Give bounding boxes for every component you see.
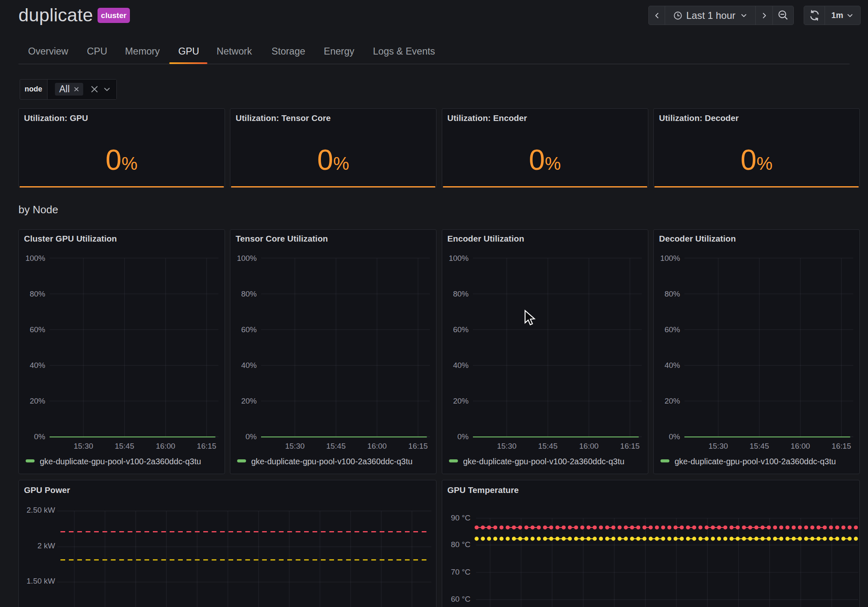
svg-text:70 °C: 70 °C xyxy=(451,567,470,576)
svg-text:gke-duplicate-gpu-pool-v100-2a: gke-duplicate-gpu-pool-v100-2a360ddc-q3t… xyxy=(675,456,836,466)
svg-text:15:45: 15:45 xyxy=(114,441,134,450)
svg-text:60%: 60% xyxy=(453,325,468,334)
svg-text:15:30: 15:30 xyxy=(709,441,728,450)
svg-text:100%: 100% xyxy=(448,253,468,262)
svg-text:60%: 60% xyxy=(241,325,257,334)
svg-text:80%: 80% xyxy=(664,290,680,298)
svg-text:100%: 100% xyxy=(660,253,680,262)
svg-text:15:30: 15:30 xyxy=(497,441,516,450)
svg-text:0%: 0% xyxy=(34,432,45,441)
svg-text:gke-duplicate-gpu-pool-v100-2a: gke-duplicate-gpu-pool-v100-2a360ddc-q3t… xyxy=(251,456,413,466)
svg-text:80 °C: 80 °C xyxy=(451,540,470,548)
svg-text:1.50 kW: 1.50 kW xyxy=(26,576,55,585)
svg-text:40%: 40% xyxy=(30,361,45,370)
svg-text:100%: 100% xyxy=(237,253,257,262)
svg-text:16:00: 16:00 xyxy=(156,441,175,450)
svg-text:16:15: 16:15 xyxy=(620,441,640,450)
svg-text:80%: 80% xyxy=(241,290,257,298)
svg-text:gke-duplicate-gpu-pool-v100-2a: gke-duplicate-gpu-pool-v100-2a360ddc-q3t… xyxy=(463,456,625,466)
svg-text:90 °C: 90 °C xyxy=(451,513,470,522)
svg-text:2.50 kW: 2.50 kW xyxy=(26,505,55,514)
svg-text:0%: 0% xyxy=(245,432,257,441)
svg-text:16:15: 16:15 xyxy=(408,441,428,450)
svg-text:16:00: 16:00 xyxy=(791,441,810,450)
svg-text:15:45: 15:45 xyxy=(326,441,346,450)
svg-text:40%: 40% xyxy=(453,361,468,370)
svg-text:60 °C: 60 °C xyxy=(451,595,470,603)
svg-text:15:45: 15:45 xyxy=(538,441,557,450)
svg-text:60%: 60% xyxy=(30,325,45,334)
svg-text:20%: 20% xyxy=(453,397,468,405)
svg-text:80%: 80% xyxy=(453,290,468,298)
svg-text:16:00: 16:00 xyxy=(367,441,387,450)
svg-text:20%: 20% xyxy=(30,397,45,405)
svg-text:gke-duplicate-gpu-pool-v100-2a: gke-duplicate-gpu-pool-v100-2a360ddc-q3t… xyxy=(40,456,201,466)
svg-text:16:00: 16:00 xyxy=(579,441,599,450)
svg-text:20%: 20% xyxy=(241,397,257,405)
svg-text:60%: 60% xyxy=(664,325,680,334)
svg-text:16:15: 16:15 xyxy=(197,441,216,450)
svg-text:20%: 20% xyxy=(664,397,680,405)
svg-text:2 kW: 2 kW xyxy=(37,541,55,550)
svg-text:16:15: 16:15 xyxy=(832,441,851,450)
svg-text:80%: 80% xyxy=(30,290,45,298)
svg-text:15:45: 15:45 xyxy=(750,441,769,450)
svg-text:40%: 40% xyxy=(241,361,257,370)
svg-text:40%: 40% xyxy=(664,361,680,370)
svg-text:0%: 0% xyxy=(457,432,469,441)
svg-text:15:30: 15:30 xyxy=(285,441,305,450)
svg-text:15:30: 15:30 xyxy=(73,441,93,450)
svg-text:100%: 100% xyxy=(25,253,45,262)
svg-text:0%: 0% xyxy=(669,432,680,441)
